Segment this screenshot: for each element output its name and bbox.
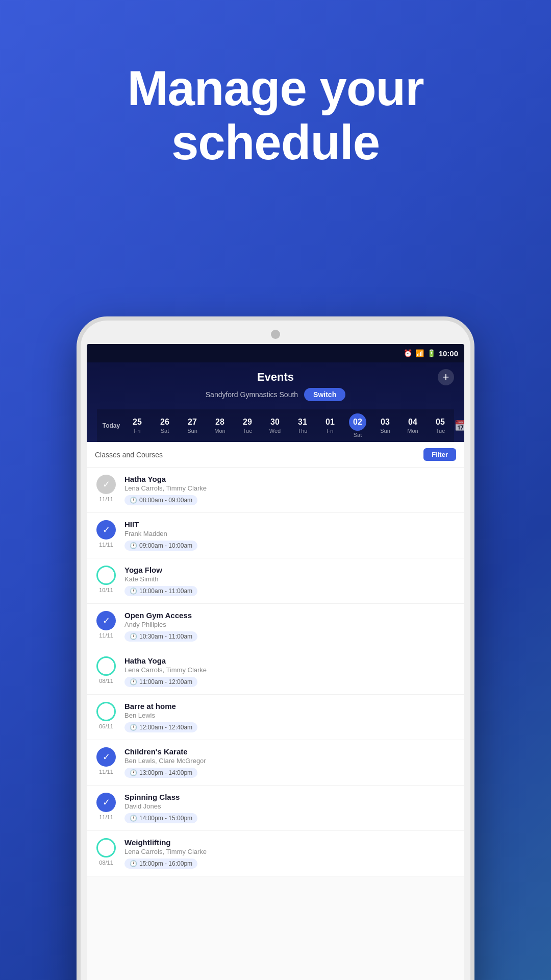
class-info-0: Hatha YogaLena Carrols, Timmy Clarke🕐08:…	[124, 475, 456, 505]
class-info-3: Open Gym AccessAndy Philipies🕐10:30am - …	[124, 611, 456, 642]
calendar-day-04[interactable]: 04Mon	[399, 418, 427, 434]
calendar-day-28[interactable]: 28Mon	[206, 418, 234, 434]
calendar-day-01[interactable]: 01Fri	[316, 418, 344, 434]
class-time-badge-6: 🕐13:00pm - 14:00pm	[124, 768, 197, 778]
status-circle-8	[96, 838, 116, 857]
hero-title: Manage your schedule	[0, 61, 551, 169]
tablet-camera	[271, 330, 280, 339]
calendar-day-05[interactable]: 05Tue	[427, 418, 454, 434]
class-item-1[interactable]: ✓11/11HIITFrank Madden🕐09:00am - 10:00am	[87, 513, 464, 558]
class-info-7: Spinning ClassDavid Jones🕐14:00pm - 15:0…	[124, 793, 456, 823]
day-name: Mon	[214, 428, 225, 434]
day-name: Sun	[380, 428, 390, 434]
clock-icon: 🕐	[130, 860, 137, 867]
filter-button[interactable]: Filter	[423, 448, 456, 461]
class-status-8: 08/11	[95, 838, 117, 866]
class-name-6: Children's Karate	[124, 747, 456, 756]
add-event-button[interactable]: +	[438, 369, 454, 385]
class-time-badge-7: 🕐14:00pm - 15:00pm	[124, 813, 197, 823]
day-number: 29	[243, 418, 252, 427]
class-name-3: Open Gym Access	[124, 611, 456, 620]
class-time-badge-4: 🕐11:00am - 12:00am	[124, 677, 197, 687]
class-time-0: 08:00am - 09:00am	[139, 497, 192, 504]
status-count-7: 11/11	[99, 814, 113, 820]
status-count-1: 11/11	[99, 542, 113, 548]
class-info-1: HIITFrank Madden🕐09:00am - 10:00am	[124, 520, 456, 551]
day-number: 31	[298, 418, 307, 427]
class-item-8[interactable]: 08/11WeightliftingLena Carrols, Timmy Cl…	[87, 831, 464, 876]
switch-button[interactable]: Switch	[304, 388, 345, 401]
class-status-2: 10/11	[95, 566, 117, 593]
class-status-1: ✓11/11	[95, 520, 117, 548]
class-instructor-6: Ben Lewis, Clare McGregor	[124, 757, 456, 765]
class-name-0: Hatha Yoga	[124, 475, 456, 483]
class-time-1: 09:00am - 10:00am	[139, 542, 192, 549]
class-info-2: Yoga FlowKate Simith🕐10:00am - 11:00am	[124, 566, 456, 596]
class-name-2: Yoga Flow	[124, 566, 456, 574]
class-info-4: Hatha YogaLena Carrols, Timmy Clarke🕐11:…	[124, 656, 456, 687]
classes-section[interactable]: Classes and Courses Filter ✓11/11Hatha Y…	[87, 442, 464, 980]
tablet-screen: ⏰ 📶 🔋 10:00 Events + Sandyford Gymnastic…	[87, 344, 464, 980]
day-name: Wed	[269, 428, 281, 434]
clock-icon: 🕐	[130, 497, 137, 504]
clock-icon: 🕐	[130, 724, 137, 731]
class-item-3[interactable]: ✓11/11Open Gym AccessAndy Philipies🕐10:3…	[87, 604, 464, 649]
class-instructor-3: Andy Philipies	[124, 621, 456, 628]
calendar-days: 25Fri26Sat27Sun28Mon29Tue30Wed31Thu01Fri…	[123, 413, 454, 438]
class-info-6: Children's KarateBen Lewis, Clare McGreg…	[124, 747, 456, 778]
wifi-icon: 📶	[415, 349, 424, 357]
class-time-badge-2: 🕐10:00am - 11:00am	[124, 586, 197, 596]
class-time-5: 12:00am - 12:40am	[139, 724, 192, 731]
class-item-0[interactable]: ✓11/11Hatha YogaLena Carrols, Timmy Clar…	[87, 468, 464, 513]
day-number: 01	[325, 418, 335, 427]
day-name: Sat	[161, 428, 169, 434]
class-time-3: 10:30am - 11:00am	[139, 633, 192, 640]
calendar-day-27[interactable]: 27Sun	[179, 418, 206, 434]
class-status-6: ✓11/11	[95, 747, 117, 775]
day-name: Fri	[134, 428, 141, 434]
status-circle-1: ✓	[96, 520, 116, 540]
hero-section: Manage your schedule	[0, 0, 551, 200]
status-circle-6: ✓	[96, 747, 116, 767]
calendar-icon[interactable]: 📅	[454, 420, 464, 432]
day-number: 28	[215, 418, 224, 427]
calendar-day-26[interactable]: 26Sat	[151, 418, 179, 434]
clock-icon: 🕐	[130, 815, 137, 822]
status-count-5: 06/11	[99, 723, 113, 729]
class-item-7[interactable]: ✓11/11Spinning ClassDavid Jones🕐14:00pm …	[87, 786, 464, 831]
day-name: Tue	[243, 428, 253, 434]
class-time-badge-5: 🕐12:00am - 12:40am	[124, 722, 197, 732]
clock-icon: 🕐	[130, 769, 137, 776]
day-name: Fri	[327, 428, 334, 434]
class-item-5[interactable]: 06/11Barre at homeBen Lewis🕐12:00am - 12…	[87, 695, 464, 740]
calendar-day-31[interactable]: 31Thu	[289, 418, 316, 434]
calendar-day-30[interactable]: 30Wed	[261, 418, 289, 434]
class-instructor-5: Ben Lewis	[124, 712, 456, 719]
class-item-4[interactable]: 08/11Hatha YogaLena Carrols, Timmy Clark…	[87, 649, 464, 695]
calendar-day-02[interactable]: 02Sat	[344, 413, 371, 438]
classes-section-title: Classes and Courses	[95, 451, 163, 459]
class-status-0: ✓11/11	[95, 475, 117, 502]
calendar-day-03[interactable]: 03Sun	[371, 418, 399, 434]
calendar-strip: Today 25Fri26Sat27Sun28Mon29Tue30Wed31Th…	[97, 409, 454, 442]
class-status-4: 08/11	[95, 656, 117, 684]
class-info-8: WeightliftingLena Carrols, Timmy Clarke🕐…	[124, 838, 456, 869]
class-time-badge-0: 🕐08:00am - 09:00am	[124, 495, 197, 505]
status-bar: ⏰ 📶 🔋 10:00	[87, 344, 464, 362]
class-instructor-4: Lena Carrols, Timmy Clarke	[124, 666, 456, 674]
class-status-3: ✓11/11	[95, 611, 117, 639]
class-info-5: Barre at homeBen Lewis🕐12:00am - 12:40am	[124, 702, 456, 732]
status-time: 10:00	[439, 349, 458, 358]
status-circle-5	[96, 702, 116, 721]
day-number: 30	[270, 418, 280, 427]
status-count-3: 11/11	[99, 632, 113, 639]
class-name-8: Weightlifting	[124, 838, 456, 847]
battery-icon: 🔋	[427, 349, 436, 357]
class-item-6[interactable]: ✓11/11Children's KarateBen Lewis, Clare …	[87, 740, 464, 786]
day-number: 25	[133, 418, 142, 427]
calendar-day-29[interactable]: 29Tue	[234, 418, 261, 434]
status-count-0: 11/11	[99, 496, 113, 502]
calendar-day-25[interactable]: 25Fri	[123, 418, 151, 434]
venue-row: Sandyford Gymnastics South Switch	[97, 388, 454, 401]
class-item-2[interactable]: 10/11Yoga FlowKate Simith🕐10:00am - 11:0…	[87, 558, 464, 604]
